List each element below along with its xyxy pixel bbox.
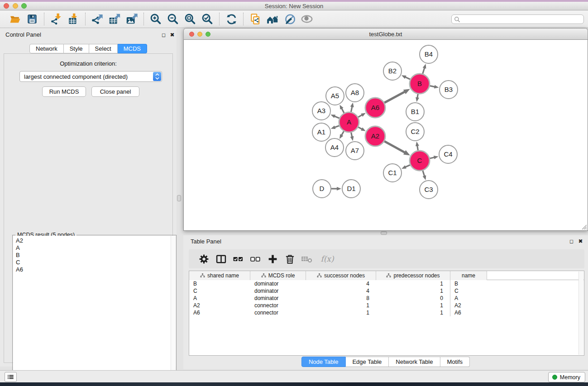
table-settings-button[interactable] <box>198 253 210 265</box>
edge-A-A1[interactable] <box>335 126 339 128</box>
cell-successor-nodes[interactable]: 4 <box>306 280 376 287</box>
cell-shared-name[interactable]: B <box>189 280 250 287</box>
table-panel-close-button[interactable]: ✖ <box>578 238 583 244</box>
table-row[interactable]: Cdominator41C <box>189 287 584 295</box>
cell-name[interactable]: A2 <box>450 302 487 309</box>
column-header-name[interactable]: name <box>450 271 487 280</box>
tab-motifs[interactable]: Motifs <box>440 357 470 367</box>
column-header-shared-name[interactable]: shared name <box>189 271 250 280</box>
cell-MCDS-role[interactable]: dominator <box>250 287 306 295</box>
cell-predecessor-nodes[interactable]: 1 <box>376 309 450 316</box>
edge-A-A8[interactable] <box>351 106 352 112</box>
cell-shared-name[interactable]: A6 <box>189 309 250 316</box>
resize-grip-icon[interactable] <box>581 224 587 230</box>
edge-B-B3[interactable] <box>430 86 435 87</box>
maximize-traffic-light[interactable] <box>21 3 27 9</box>
cell-name[interactable]: B <box>450 280 487 287</box>
mcds-result-item[interactable]: A <box>16 244 173 252</box>
show-hide-button[interactable] <box>301 13 313 25</box>
horizontal-splitter-handle[interactable] <box>381 231 387 235</box>
cell-MCDS-role[interactable]: dominator <box>250 280 306 287</box>
function-builder-button[interactable]: f(x) <box>318 253 336 265</box>
mcds-result-scrollbar[interactable] <box>171 236 176 386</box>
table-row[interactable]: A2connector11A2 <box>189 302 584 309</box>
cell-successor-nodes[interactable]: 8 <box>306 295 376 302</box>
edge-C-C2[interactable] <box>417 146 418 151</box>
column-header-MCDS-role[interactable]: MCDS role <box>250 271 306 280</box>
clone-network-button[interactable] <box>249 13 262 25</box>
cell-predecessor-nodes[interactable]: 1 <box>376 287 450 295</box>
zoom-selected-button[interactable] <box>201 13 214 25</box>
edge-A-A7[interactable] <box>351 133 352 137</box>
control-panel-float-button[interactable]: ◻ <box>161 32 167 38</box>
cell-predecessor-nodes[interactable]: 1 <box>376 280 450 287</box>
select-all-columns-button[interactable] <box>232 253 244 265</box>
tab-style[interactable]: Style <box>64 44 89 53</box>
tab-node-table[interactable]: Node Table <box>301 357 346 367</box>
tab-edge-table[interactable]: Edge Table <box>345 357 389 367</box>
search-input[interactable] <box>451 14 584 24</box>
table-row[interactable]: Adominator80A <box>189 295 584 302</box>
zoom-out-button[interactable] <box>167 13 179 25</box>
close-traffic-light[interactable] <box>4 3 9 9</box>
cell-MCDS-role[interactable]: connector <box>250 309 306 316</box>
delete-column-button[interactable] <box>284 253 296 265</box>
open-session-button[interactable] <box>9 13 21 25</box>
mcds-result-item[interactable]: A2 <box>16 237 173 244</box>
run-mcds-button[interactable]: Run MCDS <box>42 86 86 97</box>
cell-shared-name[interactable]: A <box>189 295 250 302</box>
mcds-result-item[interactable]: A6 <box>16 266 173 273</box>
memory-button[interactable]: Memory <box>548 372 585 382</box>
cell-predecessor-nodes[interactable]: 1 <box>376 302 450 309</box>
edge-A2-C[interactable] <box>384 141 405 152</box>
network-canvas[interactable]: B4B2BB3A8A5A6A3B1AA1C2A2A4A7C4CC1DD1C3 <box>183 40 588 231</box>
edge-C-C4[interactable] <box>430 157 434 158</box>
cell-name[interactable]: C <box>450 287 487 295</box>
network-close-traffic-light[interactable] <box>189 32 194 37</box>
edge-B-B1[interactable] <box>417 94 418 98</box>
vertical-splitter-handle[interactable] <box>177 195 181 201</box>
zoom-fit-button[interactable] <box>184 13 196 25</box>
refresh-button[interactable] <box>225 13 238 25</box>
create-column-button[interactable] <box>267 253 278 265</box>
edge-A-A4[interactable] <box>341 131 344 135</box>
cell-successor-nodes[interactable]: 4 <box>306 287 376 295</box>
edge-A6-B[interactable] <box>384 92 405 103</box>
home-layout-button[interactable] <box>266 13 279 25</box>
tab-select[interactable]: Select <box>89 44 118 53</box>
mcds-result-item[interactable]: C <box>16 259 173 266</box>
tab-mcds[interactable]: MCDS <box>118 44 147 53</box>
save-session-button[interactable] <box>26 13 38 25</box>
task-history-button[interactable] <box>5 372 17 382</box>
tab-network-table[interactable]: Network Table <box>389 357 440 367</box>
import-table-button[interactable] <box>67 13 80 25</box>
edge-A-A2[interactable] <box>358 127 362 129</box>
cell-name[interactable]: A <box>450 295 487 302</box>
network-minimize-traffic-light[interactable] <box>197 32 202 37</box>
node-table-scrollbar[interactable] <box>578 272 583 355</box>
edge-B-B4[interactable] <box>423 68 425 74</box>
edge-A-A3[interactable] <box>335 116 339 119</box>
edge-C-C1[interactable] <box>405 165 410 167</box>
mcds-result-list[interactable]: A2ABCA6 <box>13 236 176 386</box>
mcds-result-item[interactable]: B <box>16 252 173 259</box>
criterion-dropdown[interactable]: largest connected component (directed) <box>19 71 162 82</box>
cell-successor-nodes[interactable]: 1 <box>306 302 376 309</box>
minimize-traffic-light[interactable] <box>13 3 18 9</box>
cell-name[interactable]: A6 <box>450 309 487 316</box>
deselect-all-columns-button[interactable] <box>249 253 261 265</box>
table-row[interactable]: A6connector11A6 <box>189 309 584 316</box>
control-panel-close-button[interactable]: ✖ <box>169 32 175 38</box>
export-image-button[interactable] <box>125 13 138 25</box>
graphics-details-button[interactable] <box>283 13 296 25</box>
import-network-button[interactable] <box>50 13 62 25</box>
zoom-in-button[interactable] <box>149 13 162 25</box>
close-panel-button[interactable]: Close panel <box>91 86 139 97</box>
column-header-successor-nodes[interactable]: successor nodes <box>306 271 376 280</box>
table-panel-float-button[interactable]: ◻ <box>569 238 574 244</box>
cell-shared-name[interactable]: A2 <box>189 302 250 309</box>
cell-successor-nodes[interactable]: 1 <box>306 309 376 316</box>
edge-A-A6[interactable] <box>358 115 362 117</box>
edge-B-B2[interactable] <box>405 77 410 79</box>
network-maximize-traffic-light[interactable] <box>206 32 210 37</box>
